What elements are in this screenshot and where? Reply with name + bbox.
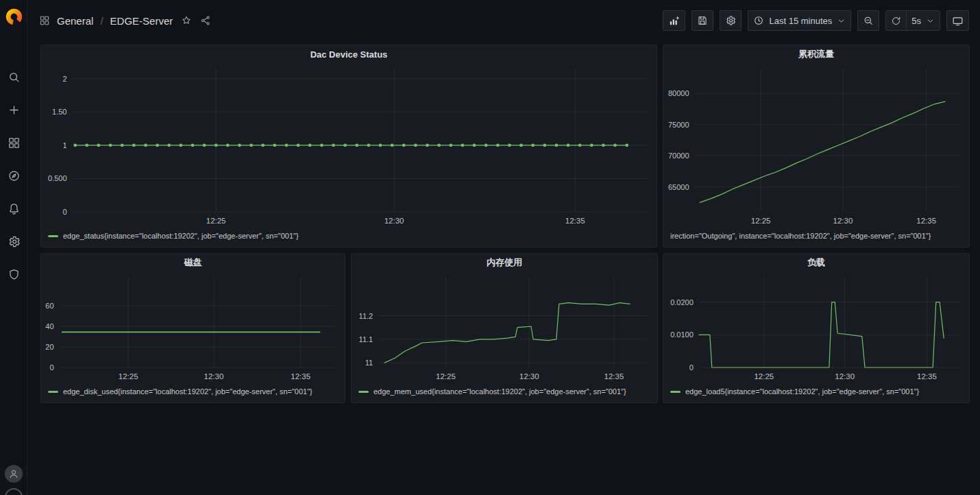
series-point [379, 143, 382, 147]
panel-title: Dac Device Status [310, 49, 388, 60]
legend-item[interactable]: irection="Outgoing", instance="localhost… [663, 228, 969, 247]
panel-header[interactable]: Dac Device Status [41, 45, 657, 63]
legend-item[interactable]: edge_mem_used{instance="localhost:19202"… [352, 384, 657, 402]
grafana-dashboard: General / EDGE-Server [0, 0, 980, 495]
panel-header[interactable]: 内存使用 [352, 254, 657, 271]
shield-icon [8, 268, 21, 281]
time-series-chart[interactable]: 00.50011.50212:2512:3012:35 [41, 63, 657, 228]
series-point [132, 143, 136, 147]
y-axis-tick-label: 75000 [668, 121, 689, 129]
y-axis-tick-label: 20 [45, 343, 53, 351]
legend-series-marker [670, 391, 681, 393]
series-point [215, 143, 218, 147]
legend-label: edge_status{instance="localhost:19202", … [63, 232, 299, 240]
time-range-picker[interactable]: Last 15 minutes [748, 10, 851, 31]
time-series-chart[interactable]: 6500070000750008000012:2512:3012:35 [663, 63, 969, 228]
tv-mode-button[interactable] [946, 10, 969, 31]
share-icon [200, 15, 211, 26]
series-point [144, 143, 147, 147]
sidebar-item-configuration[interactable] [0, 225, 27, 258]
panel-cumulative-traffic: 累积流量 6500070000750008000012:2512:3012:35… [663, 45, 970, 248]
x-axis-tick-label: 12:35 [291, 372, 310, 381]
series-point [332, 143, 335, 147]
y-axis-tick-label: 2 [62, 75, 66, 83]
series-point [613, 143, 617, 147]
series-point [238, 143, 241, 147]
save-dashboard-button[interactable] [691, 10, 713, 31]
series-point [191, 143, 195, 147]
zoom-out-time-button[interactable] [857, 10, 879, 31]
series-point [508, 143, 511, 147]
series-point [625, 143, 628, 147]
breadcrumb-folder[interactable]: General [57, 15, 93, 27]
refresh-button[interactable] [885, 10, 907, 31]
breadcrumb-dashboard-name[interactable]: EDGE-Server [110, 15, 173, 27]
add-panel-button[interactable] [663, 10, 685, 31]
sidebar-item-alerting[interactable] [0, 192, 27, 225]
series-point [156, 143, 159, 147]
refresh-icon [891, 16, 901, 26]
sidebar-item-create[interactable] [0, 93, 27, 126]
star-icon [181, 15, 192, 26]
sidebar-bottom [0, 465, 27, 495]
series-point [391, 143, 394, 147]
y-axis-tick-label: 65000 [668, 183, 689, 191]
y-axis-tick-label: 0.0100 [670, 330, 694, 339]
legend-item[interactable]: edge_disk_used{instance="localhost:19202… [41, 384, 345, 402]
help-button[interactable] [5, 488, 23, 495]
sidebar-item-dashboards[interactable] [0, 126, 27, 159]
panel-header[interactable]: 累积流量 [663, 45, 969, 63]
y-axis-tick-label: 70000 [668, 152, 689, 160]
x-axis-tick-label: 12:30 [833, 217, 853, 225]
series-point [343, 143, 347, 147]
x-axis-tick-label: 12:35 [917, 372, 937, 381]
series-point [473, 143, 476, 147]
dashboard-settings-button[interactable] [720, 10, 742, 31]
refresh-interval-dropdown[interactable]: 5s [907, 10, 940, 31]
favorite-star-button[interactable] [181, 15, 192, 26]
legend-series-marker [48, 235, 58, 237]
legend-item[interactable]: edge_load5{instance="localhost:19202", j… [663, 384, 969, 402]
y-axis-tick-label: 1 [62, 141, 66, 149]
grafana-logo[interactable] [0, 0, 27, 33]
sidebar-item-search[interactable] [0, 60, 27, 93]
sidebar-item-server-admin[interactable] [0, 258, 27, 291]
y-axis-tick-label: 1.50 [52, 108, 66, 116]
series-point [367, 143, 371, 147]
panel-header[interactable]: 磁盘 [41, 254, 345, 271]
time-series-chart[interactable]: 00.01000.020012:2512:3012:35 [663, 271, 969, 384]
time-series-chart[interactable]: 1111.111.212:2512:3012:35 [352, 271, 657, 384]
panel-title: 磁盘 [184, 256, 202, 269]
legend-label: edge_disk_used{instance="localhost:19202… [63, 387, 313, 396]
legend-label: edge_load5{instance="localhost:19202", j… [685, 387, 919, 396]
series-point [320, 143, 323, 147]
sidebar-nav [0, 60, 27, 291]
compass-icon [8, 169, 21, 182]
series-point [97, 143, 101, 147]
y-axis-tick-label: 0.0200 [670, 298, 694, 306]
breadcrumb: General / EDGE-Server [39, 15, 211, 27]
time-series-chart[interactable]: 020406012:2512:3012:35 [41, 271, 345, 384]
legend-item[interactable]: edge_status{instance="localhost:19202", … [41, 228, 657, 247]
panel-header[interactable]: 负载 [663, 254, 969, 271]
bell-icon [8, 202, 21, 215]
legend-label: irection="Outgoing", instance="localhost… [670, 232, 931, 240]
legend-label: edge_mem_used{instance="localhost:19202"… [373, 387, 626, 396]
zoom-out-icon [863, 15, 874, 26]
user-avatar[interactable] [5, 465, 23, 483]
panel-title: 累积流量 [798, 48, 834, 60]
series-point [485, 143, 488, 147]
user-icon [8, 468, 20, 480]
series-point [590, 143, 593, 147]
chevron-down-icon [837, 16, 846, 25]
panel-title: 负载 [807, 256, 825, 269]
sidebar-item-explore[interactable] [0, 159, 27, 192]
x-axis-tick-label: 12:30 [835, 372, 855, 381]
series-point [179, 143, 182, 147]
x-axis-tick-label: 12:25 [119, 372, 138, 381]
series-point [273, 143, 276, 147]
share-dashboard-button[interactable] [200, 15, 211, 26]
y-axis-tick-label: 40 [45, 322, 53, 330]
series-point [531, 143, 535, 147]
sidebar [0, 0, 27, 495]
